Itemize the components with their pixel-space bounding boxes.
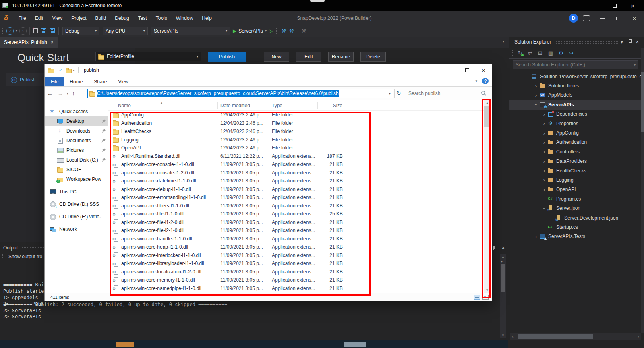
tree-item[interactable]: AppConfig xyxy=(509,128,641,137)
help-icon[interactable]: ? xyxy=(482,78,489,84)
menu-item[interactable]: Build xyxy=(91,11,111,25)
toolbar-drag-handle[interactable] xyxy=(2,28,4,34)
menu-item[interactable]: Project xyxy=(67,11,91,25)
ribbon-tab[interactable]: File xyxy=(45,77,64,86)
run-target-label[interactable]: ServerAPIs xyxy=(238,28,263,34)
startup-project-combo[interactable]: ServerAPIs ▾ xyxy=(151,27,230,35)
menu-item[interactable]: View xyxy=(48,11,67,25)
tree-expander-icon[interactable] xyxy=(541,158,547,164)
explorer-titlebar[interactable]: ✓ ▾ publish × xyxy=(45,64,492,76)
menu-item[interactable]: Test xyxy=(134,11,151,25)
scrollbar-thumb[interactable] xyxy=(344,342,366,347)
scroll-right-icon[interactable]: › xyxy=(638,334,639,339)
profile-action-button[interactable]: Delete xyxy=(360,52,386,62)
ribbon-tab[interactable]: Home xyxy=(64,77,88,86)
scrollbar-marker-orange[interactable] xyxy=(116,342,134,347)
customize-qat-chevron-icon[interactable]: ▾ xyxy=(73,68,75,72)
build-hammer-icon[interactable]: ⚒ xyxy=(281,28,286,34)
ide-restore-button[interactable] xyxy=(610,11,626,25)
tree-item[interactable]: Dependencies xyxy=(509,110,641,119)
menu-item[interactable]: Edit xyxy=(31,11,48,25)
profile-action-button[interactable]: Rename xyxy=(328,52,354,62)
ribbon-tab[interactable]: View xyxy=(112,77,134,86)
cancel-build-icon[interactable]: ⚒ xyxy=(302,28,306,34)
switch-views-icon[interactable]: ⇄ xyxy=(528,50,532,56)
scrollbar-thumb[interactable] xyxy=(641,72,644,132)
rdp-close-button[interactable]: × xyxy=(623,0,642,11)
search-icon[interactable] xyxy=(481,91,487,96)
close-icon[interactable]: ✕ xyxy=(501,245,505,251)
feedback-icon[interactable]: ··· xyxy=(583,15,590,21)
nav-item[interactable]: Network xyxy=(45,224,108,234)
rdp-maximize-button[interactable] xyxy=(605,0,623,11)
menu-item[interactable]: Help xyxy=(197,11,216,25)
solution-explorer-vertical-scrollbar[interactable] xyxy=(641,48,644,333)
chevron-down-icon[interactable]: ▾ xyxy=(501,260,503,263)
scrollbar-thumb[interactable] xyxy=(518,334,593,339)
run-without-debug-icon[interactable]: ▷ xyxy=(269,28,273,34)
nav-item[interactable]: Downloads xyxy=(45,126,108,136)
tab-serverapis-publish[interactable]: ServerAPIs: Publish × xyxy=(0,37,58,48)
tree-item[interactable]: HealthChecks xyxy=(509,166,641,175)
nav-item[interactable]: CD Drive (D:) SSS_X64 xyxy=(45,199,108,209)
address-input[interactable]: C:\Users\devops\source\repos\PowerServer… xyxy=(87,89,393,98)
tree-item[interactable]: Solution 'PowerServer_sicoferp_presupues… xyxy=(509,72,641,81)
tree-item[interactable]: ServerAPIs xyxy=(509,100,641,109)
scroll-up-icon[interactable]: ▲ xyxy=(500,255,506,259)
nav-item[interactable]: Pictures xyxy=(45,145,108,155)
tree-expander-icon[interactable] xyxy=(533,102,539,108)
column-header-size[interactable]: Size xyxy=(318,102,346,109)
tree-item[interactable]: Server.json xyxy=(509,203,641,213)
tree-item[interactable]: Server.Development.json xyxy=(509,213,641,222)
publish-button[interactable]: Publish xyxy=(208,52,246,62)
rdp-minimize-button[interactable] xyxy=(587,0,605,11)
tree-item[interactable]: DataProviders xyxy=(509,157,641,166)
publish-profile-combo[interactable]: FolderProfile ▾ xyxy=(95,52,201,61)
properties-wrench-icon[interactable]: ⚙ xyxy=(559,50,563,56)
nav-item[interactable]: Documents xyxy=(45,136,108,145)
column-header-name[interactable]: ▲Name xyxy=(108,102,218,109)
chevron-down-icon[interactable]: ▾ xyxy=(265,29,267,33)
navigate-back-dropdown-icon[interactable]: ▾ xyxy=(16,29,17,33)
tree-item[interactable]: Authentication xyxy=(509,138,641,147)
nav-item[interactable]: Workspace PowerSe xyxy=(45,174,108,184)
collapse-ribbon-chevron-icon[interactable]: ▾ xyxy=(475,79,477,83)
tree-expander-icon[interactable] xyxy=(541,139,547,145)
new-file-icon[interactable] xyxy=(33,28,38,33)
profile-action-button[interactable]: Edit xyxy=(296,52,321,62)
explorer-maximize-button[interactable] xyxy=(459,64,475,76)
solution-config-combo[interactable]: Debug ▾ xyxy=(62,27,99,35)
tree-expander-icon[interactable] xyxy=(541,111,547,117)
toolbar-drag-handle[interactable] xyxy=(276,28,277,34)
close-icon[interactable]: ✕ xyxy=(636,39,639,45)
rdp-pin-handle[interactable] xyxy=(310,0,325,2)
nav-item[interactable]: Quick access xyxy=(45,107,108,116)
ide-close-button[interactable]: × xyxy=(626,11,642,25)
explorer-search-input[interactable] xyxy=(406,91,481,96)
solution-explorer-search[interactable]: Search Solution Explorer (Ctrl+;) ▾ xyxy=(513,60,638,69)
menu-item[interactable]: Debug xyxy=(110,11,133,25)
explorer-minimize-button[interactable] xyxy=(442,64,459,76)
output-vertical-scrollbar[interactable]: ▲ ▼ xyxy=(500,254,506,338)
new-folder-icon[interactable] xyxy=(66,68,71,72)
tree-expander-icon[interactable] xyxy=(541,205,547,211)
tree-expander-icon[interactable] xyxy=(541,177,547,183)
scrollbar-thumb[interactable] xyxy=(501,264,505,292)
save-icon[interactable] xyxy=(41,28,46,33)
ribbon-tab[interactable]: Share xyxy=(88,77,112,86)
tree-item[interactable]: OpenAPI xyxy=(509,185,641,194)
tree-expander-icon[interactable] xyxy=(541,120,547,126)
properties-pages-icon[interactable]: ▥ xyxy=(548,50,553,56)
tree-item[interactable]: Startup.cs xyxy=(509,222,641,232)
explorer-search-box[interactable] xyxy=(406,89,489,98)
tab-close-icon[interactable]: × xyxy=(51,39,54,45)
explorer-close-button[interactable]: × xyxy=(475,64,492,76)
refresh-icon[interactable]: ↻ xyxy=(518,50,522,56)
recent-locations-chevron-icon[interactable]: ▾ xyxy=(67,92,68,95)
collapse-all-icon[interactable]: ⊟ xyxy=(538,50,543,56)
forward-arrow-icon[interactable]: → xyxy=(58,90,63,97)
solution-platform-combo[interactable]: Any CPU ▾ xyxy=(103,27,148,35)
user-avatar[interactable]: D xyxy=(569,14,578,23)
tree-item[interactable]: Properties xyxy=(509,119,641,128)
profile-action-button[interactable]: New xyxy=(264,52,289,62)
